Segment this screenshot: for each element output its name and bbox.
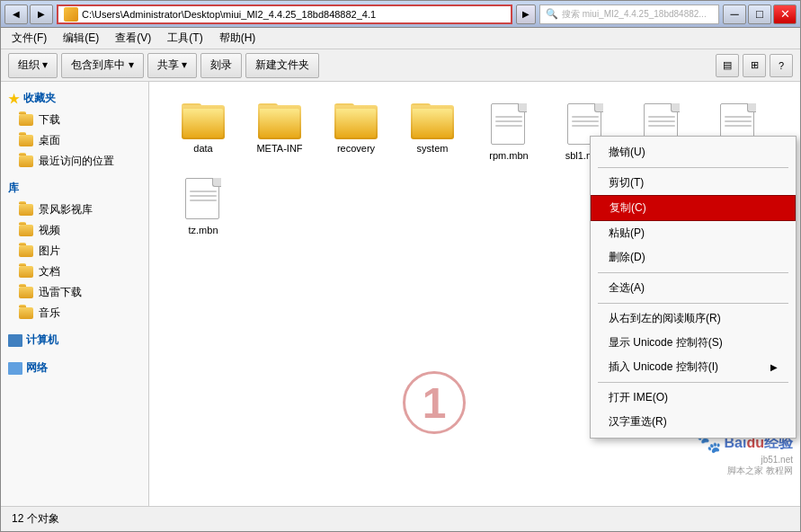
ctx-show-unicode-label: 显示 Unicode 控制符(S) <box>609 335 723 350</box>
file-item-data[interactable]: data <box>167 100 239 165</box>
file-label-meta-inf: META-INF <box>256 143 302 155</box>
help-button[interactable]: ? <box>770 54 793 77</box>
network-header[interactable]: 网络 <box>1 357 148 379</box>
organize-button[interactable]: 组织 ▾ <box>8 53 58 78</box>
menu-view[interactable]: 查看(V) <box>108 29 158 48</box>
ctx-copy[interactable]: 复制(C) <box>591 195 796 221</box>
folder-icon-system <box>411 103 454 139</box>
favorites-header[interactable]: ★ 收藏夹 <box>1 87 148 110</box>
sidebar-label-desktop: 桌面 <box>39 133 60 148</box>
ctx-reselect-label: 汉字重选(R) <box>609 414 667 430</box>
ctx-delete-label: 删除(D) <box>609 250 645 265</box>
sidebar: ★ 收藏夹 下载 桌面 最近访问的位置 库 <box>1 82 149 506</box>
folder-icon <box>19 135 33 146</box>
close-button[interactable]: ✕ <box>773 4 797 24</box>
folder-icon <box>19 266 33 278</box>
share-button[interactable]: 共享 ▾ <box>147 53 197 78</box>
file-item-system[interactable]: system <box>396 100 468 165</box>
library-header[interactable]: 库 <box>1 177 148 200</box>
ctx-ime-label: 打开 IME(O) <box>609 390 668 405</box>
file-item-recovery[interactable]: recovery <box>320 100 392 165</box>
file-icon-tz <box>185 178 221 221</box>
view-button-2[interactable]: ⊞ <box>743 54 766 77</box>
forward-button[interactable]: ▶ <box>30 4 53 24</box>
ctx-arrow-icon: ▶ <box>770 362 778 372</box>
burn-button[interactable]: 刻录 <box>200 53 242 78</box>
folder-icon <box>19 155 33 167</box>
library-label: 库 <box>8 181 19 196</box>
ctx-copy-label: 复制(C) <box>610 200 646 216</box>
ctx-select-all[interactable]: 全选(A) <box>591 276 796 300</box>
ctx-select-all-label: 全选(A) <box>609 280 645 296</box>
folder-icon <box>19 225 33 236</box>
sidebar-item-video[interactable]: 视频 <box>1 220 148 241</box>
folder-icon-data <box>182 103 225 139</box>
ctx-insert-unicode[interactable]: 插入 Unicode 控制符(I) ▶ <box>591 355 796 379</box>
address-bar[interactable]: C:\Users\Administrator\Desktop\miui_MI2_… <box>57 4 512 24</box>
add-to-library-button[interactable]: 包含到库中 ▾ <box>61 53 143 78</box>
sidebar-item-recent[interactable]: 最近访问的位置 <box>1 151 148 172</box>
ctx-reselect[interactable]: 汉字重选(R) <box>591 410 796 434</box>
menu-help[interactable]: 帮助(H) <box>212 29 263 48</box>
context-menu: 撤销(U) 剪切(T) 复制(C) 粘贴(P) 删除(D) 全选(A) <box>590 136 797 439</box>
explorer-window: ◀ ▶ C:\Users\Administrator\Desktop\miui_… <box>0 0 801 532</box>
folder-icon-recovery <box>334 103 378 139</box>
ctx-cut-label: 剪切(T) <box>609 175 644 191</box>
ctx-sep-3 <box>598 303 788 304</box>
file-item-rpm[interactable]: rpm.mbn <box>473 100 545 165</box>
ctx-insert-unicode-label: 插入 Unicode 控制符(I) <box>609 359 718 375</box>
ctx-rtl[interactable]: 从右到左的阅读顺序(R) <box>591 306 796 331</box>
address-bar-container: C:\Users\Administrator\Desktop\miui_MI2_… <box>57 4 536 24</box>
menu-file[interactable]: 文件(F) <box>4 29 54 48</box>
sidebar-item-images[interactable]: 图片 <box>1 241 148 262</box>
sidebar-item-desktop[interactable]: 桌面 <box>1 130 148 151</box>
sidebar-label-video: 视频 <box>39 223 60 238</box>
refresh-button[interactable]: ▶ <box>516 4 536 24</box>
new-folder-button[interactable]: 新建文件夹 <box>245 53 319 78</box>
file-label-recovery: recovery <box>337 143 375 155</box>
ctx-delete[interactable]: 删除(D) <box>591 245 796 270</box>
main-area: ★ 收藏夹 下载 桌面 最近访问的位置 库 <box>1 82 800 506</box>
file-item-tz[interactable]: tz.mbn <box>167 174 239 240</box>
address-text: C:\Users\Administrator\Desktop\miui_MI2_… <box>82 9 376 20</box>
sidebar-label-music: 音乐 <box>39 306 60 321</box>
sidebar-item-music[interactable]: 音乐 <box>1 303 148 324</box>
ctx-show-unicode[interactable]: 显示 Unicode 控制符(S) <box>591 331 796 355</box>
address-folder-icon <box>64 7 78 22</box>
ctx-undo-label: 撤销(U) <box>609 145 645 160</box>
status-bar: 12 个对象 <box>1 506 800 531</box>
folder-icon <box>19 307 33 319</box>
window-controls: ─ □ ✕ <box>723 4 797 24</box>
folder-icon <box>19 245 33 257</box>
watermark-sub2: 脚本之家 教程网 <box>727 465 793 477</box>
sidebar-label-media: 景风影视库 <box>39 202 93 217</box>
ctx-ime[interactable]: 打开 IME(O) <box>591 386 796 410</box>
toolbar: 组织 ▾ 包含到库中 ▾ 共享 ▾ 刻录 新建文件夹 ▤ ⊞ ? <box>1 49 800 82</box>
title-bar: ◀ ▶ C:\Users\Administrator\Desktop\miui_… <box>1 1 800 28</box>
ctx-undo[interactable]: 撤销(U) <box>591 140 796 164</box>
folder-icon <box>19 114 33 126</box>
menu-edit[interactable]: 编辑(E) <box>56 29 106 48</box>
ctx-paste[interactable]: 粘贴(P) <box>591 221 796 245</box>
maximize-button[interactable]: □ <box>748 4 771 24</box>
sidebar-label-downloads: 下载 <box>39 112 60 128</box>
search-bar[interactable]: 🔍 搜索 miui_MI2_4.4.25_18bd84882... <box>539 4 719 24</box>
search-icon: 🔍 <box>546 8 558 20</box>
star-icon: ★ <box>8 92 20 106</box>
computer-header[interactable]: 计算机 <box>1 329 148 351</box>
menu-tools[interactable]: 工具(T) <box>160 29 209 48</box>
minimize-button[interactable]: ─ <box>723 4 746 24</box>
file-item-meta-inf[interactable]: META-INF <box>244 100 316 165</box>
sidebar-item-downloads[interactable]: 下载 <box>1 110 148 130</box>
ctx-cut[interactable]: 剪切(T) <box>591 171 796 195</box>
sidebar-item-media[interactable]: 景风影视库 <box>1 200 148 220</box>
network-label: 网络 <box>26 360 48 376</box>
sidebar-item-thunder[interactable]: 迅雷下载 <box>1 282 148 303</box>
view-button-1[interactable]: ▤ <box>716 54 739 77</box>
sidebar-item-documents[interactable]: 文档 <box>1 262 148 282</box>
search-placeholder: 搜索 miui_MI2_4.4.25_18bd84882... <box>562 8 707 21</box>
sidebar-label-recent: 最近访问的位置 <box>39 154 114 169</box>
ctx-rtl-label: 从右到左的阅读顺序(R) <box>609 311 721 326</box>
back-button[interactable]: ◀ <box>4 4 28 24</box>
nav-buttons: ◀ ▶ <box>4 4 53 24</box>
